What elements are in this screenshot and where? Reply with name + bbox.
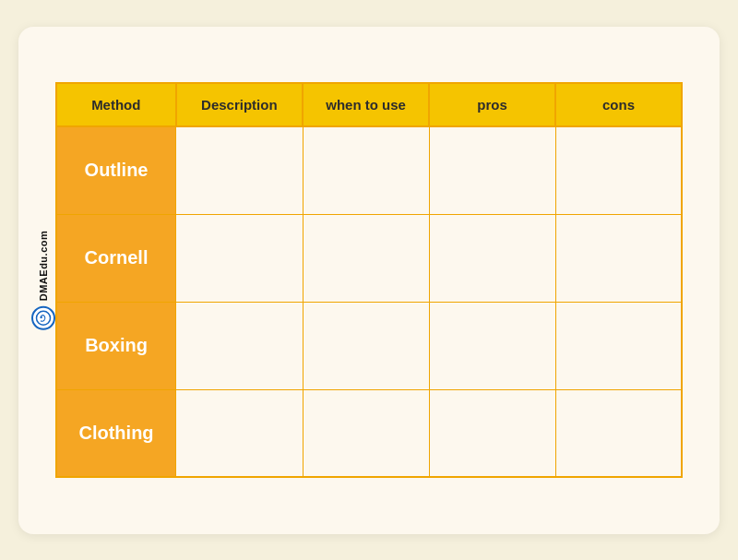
- header-when-to-use: when to use: [303, 83, 429, 126]
- description-cornell: [176, 214, 304, 302]
- method-clothing: Clothing: [56, 389, 176, 477]
- header-method: Method: [56, 83, 176, 126]
- when-to-use-boxing: [303, 302, 429, 389]
- when-to-use-cornell: [303, 214, 429, 302]
- table-row: Boxing: [56, 302, 682, 389]
- method-outline: Outline: [56, 126, 176, 214]
- cons-clothing: [555, 389, 682, 477]
- header-description: Description: [176, 83, 304, 126]
- pros-clothing: [429, 389, 555, 477]
- pros-cornell: [429, 214, 555, 302]
- comparison-table: Method Description when to use pros cons…: [55, 82, 683, 478]
- description-outline: [176, 126, 304, 214]
- header-cons: cons: [555, 83, 682, 126]
- method-cornell: Cornell: [56, 214, 176, 302]
- cons-cornell: [555, 214, 682, 302]
- when-to-use-outline: [303, 126, 429, 214]
- method-boxing: Boxing: [56, 302, 176, 389]
- header-pros: pros: [429, 83, 555, 126]
- page-card: DMAEdu.com Method Description when to us…: [18, 27, 720, 534]
- table-row: Clothing: [56, 389, 682, 477]
- cons-boxing: [555, 302, 682, 389]
- when-to-use-clothing: [303, 389, 429, 477]
- table-container: Method Description when to use pros cons…: [55, 82, 683, 478]
- table-row: Cornell: [56, 214, 682, 302]
- pros-boxing: [429, 302, 555, 389]
- svg-point-0: [37, 311, 51, 325]
- cons-outline: [555, 126, 682, 214]
- pros-outline: [429, 126, 555, 214]
- brand-icon: [31, 306, 55, 330]
- description-clothing: [176, 389, 304, 477]
- brand-sidebar: DMAEdu.com: [31, 230, 55, 330]
- svg-point-1: [41, 316, 42, 318]
- brand-text: DMAEdu.com: [38, 230, 49, 301]
- description-boxing: [176, 302, 304, 389]
- table-header-row: Method Description when to use pros cons: [56, 83, 682, 126]
- table-row: Outline: [56, 126, 682, 214]
